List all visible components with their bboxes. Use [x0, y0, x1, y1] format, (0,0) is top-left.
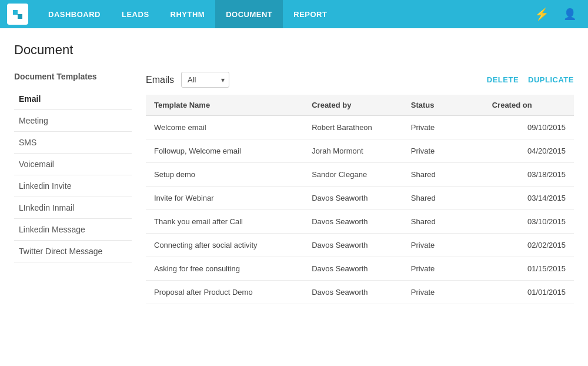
- delete-button[interactable]: DELETE: [487, 73, 519, 86]
- nav-items: DASHBOARD LEADS RHYTHM DOCUMENT REPORT: [38, 0, 530, 28]
- table-header: Template Name Created by Status Created …: [146, 95, 574, 116]
- sidebar-title: Document Templates: [14, 72, 132, 81]
- cell-created-by: Jorah Mormont: [303, 139, 403, 163]
- table-row[interactable]: Asking for free consultingDavos Seaworth…: [146, 257, 574, 281]
- col-header-status: Status: [403, 95, 484, 116]
- cell-created-by: Davos Seaworth: [303, 210, 403, 234]
- sidebar-item-linkedin-invite[interactable]: Linkedin Invite: [14, 175, 132, 197]
- table-row[interactable]: Welcome emailRobert BaratheonPrivate09/1…: [146, 116, 574, 139]
- panel-header-left: Emails All Private Shared: [146, 72, 229, 88]
- table-header-row: Template Name Created by Status Created …: [146, 95, 574, 116]
- nav-right: ⚡ 👤: [530, 7, 581, 21]
- cell-template-name: Welcome email: [146, 116, 303, 139]
- table-row[interactable]: Followup, Welcome emailJorah MormontPriv…: [146, 139, 574, 163]
- cell-created-by: Davos Seaworth: [303, 281, 403, 304]
- right-panel: Emails All Private Shared DELETE DUPLICA…: [146, 72, 574, 304]
- cell-created-on: 09/10/2015: [484, 116, 574, 139]
- cell-created-by: Robert Baratheon: [303, 116, 403, 139]
- col-header-name: Template Name: [146, 95, 303, 116]
- cell-created-by: Davos Seaworth: [303, 187, 403, 210]
- content-area: Document Templates Email Meeting SMS Voi…: [14, 72, 574, 304]
- svg-rect-1: [18, 14, 22, 19]
- col-header-created-by: Created by: [303, 95, 403, 116]
- sidebar-items: Email Meeting SMS Voicemail Linkedin Inv…: [14, 88, 132, 262]
- panel-header: Emails All Private Shared DELETE DUPLICA…: [146, 72, 574, 88]
- cell-status: Private: [403, 234, 484, 257]
- nav-document[interactable]: DOCUMENT: [215, 0, 283, 28]
- col-header-created-on: Created on: [484, 95, 574, 116]
- main-content: Document Document Templates Email Meetin…: [0, 28, 588, 318]
- cell-template-name: Invite for Webinar: [146, 187, 303, 210]
- sidebar-item-meeting[interactable]: Meeting: [14, 110, 132, 132]
- page-title: Document: [14, 42, 574, 58]
- sidebar: Document Templates Email Meeting SMS Voi…: [14, 72, 132, 262]
- user-icon[interactable]: 👤: [559, 8, 581, 21]
- sidebar-item-twitter-dm[interactable]: Twitter Direct Message: [14, 241, 132, 262]
- filter-select[interactable]: All Private Shared: [181, 72, 229, 88]
- table-body: Welcome emailRobert BaratheonPrivate09/1…: [146, 116, 574, 304]
- cell-status: Private: [403, 281, 484, 304]
- emails-table: Template Name Created by Status Created …: [146, 95, 574, 304]
- cell-template-name: Connecting after social activity: [146, 234, 303, 257]
- cell-created-on: 03/14/2015: [484, 187, 574, 210]
- nav-report[interactable]: REPORT: [283, 0, 338, 28]
- cell-status: Private: [403, 116, 484, 139]
- app-logo[interactable]: [7, 4, 28, 25]
- cell-created-by: Sandor Clegane: [303, 163, 403, 187]
- table-row[interactable]: Setup demoSandor CleganeShared03/18/2015: [146, 163, 574, 187]
- sidebar-item-linkedin-inmail[interactable]: LInkedin Inmail: [14, 197, 132, 219]
- cell-status: Shared: [403, 210, 484, 234]
- cell-created-on: 03/18/2015: [484, 163, 574, 187]
- svg-rect-0: [13, 10, 18, 15]
- cell-template-name: Proposal after Product Demo: [146, 281, 303, 304]
- lightning-icon[interactable]: ⚡: [530, 7, 554, 21]
- table-row[interactable]: Proposal after Product DemoDavos Seawort…: [146, 281, 574, 304]
- cell-template-name: Thank you email after Call: [146, 210, 303, 234]
- sidebar-item-voicemail[interactable]: Voicemail: [14, 154, 132, 175]
- sidebar-item-linkedin-message[interactable]: Linkedin Message: [14, 219, 132, 241]
- cell-created-on: 01/01/2015: [484, 281, 574, 304]
- cell-created-on: 01/15/2015: [484, 257, 574, 281]
- cell-template-name: Setup demo: [146, 163, 303, 187]
- table-row[interactable]: Connecting after social activityDavos Se…: [146, 234, 574, 257]
- cell-status: Private: [403, 257, 484, 281]
- filter-select-wrapper: All Private Shared: [181, 72, 229, 88]
- nav-leads[interactable]: LEADS: [111, 0, 160, 28]
- cell-created-on: 02/02/2015: [484, 234, 574, 257]
- nav-dashboard[interactable]: DASHBOARD: [38, 0, 111, 28]
- panel-label: Emails: [146, 75, 174, 85]
- table-row[interactable]: Invite for WebinarDavos SeaworthShared03…: [146, 187, 574, 210]
- cell-created-by: Davos Seaworth: [303, 257, 403, 281]
- cell-status: Shared: [403, 163, 484, 187]
- nav-rhythm[interactable]: RHYTHM: [160, 0, 216, 28]
- cell-created-by: Davos Seaworth: [303, 234, 403, 257]
- cell-status: Private: [403, 139, 484, 163]
- cell-template-name: Asking for free consulting: [146, 257, 303, 281]
- cell-created-on: 04/20/2015: [484, 139, 574, 163]
- cell-created-on: 03/10/2015: [484, 210, 574, 234]
- top-nav: DASHBOARD LEADS RHYTHM DOCUMENT REPORT ⚡…: [0, 0, 588, 28]
- sidebar-item-email[interactable]: Email: [14, 88, 132, 110]
- cell-template-name: Followup, Welcome email: [146, 139, 303, 163]
- duplicate-button[interactable]: DUPLICATE: [528, 73, 574, 86]
- cell-status: Shared: [403, 187, 484, 210]
- table-row[interactable]: Thank you email after CallDavos Seaworth…: [146, 210, 574, 234]
- sidebar-item-sms[interactable]: SMS: [14, 132, 132, 154]
- panel-actions: DELETE DUPLICATE: [487, 73, 574, 86]
